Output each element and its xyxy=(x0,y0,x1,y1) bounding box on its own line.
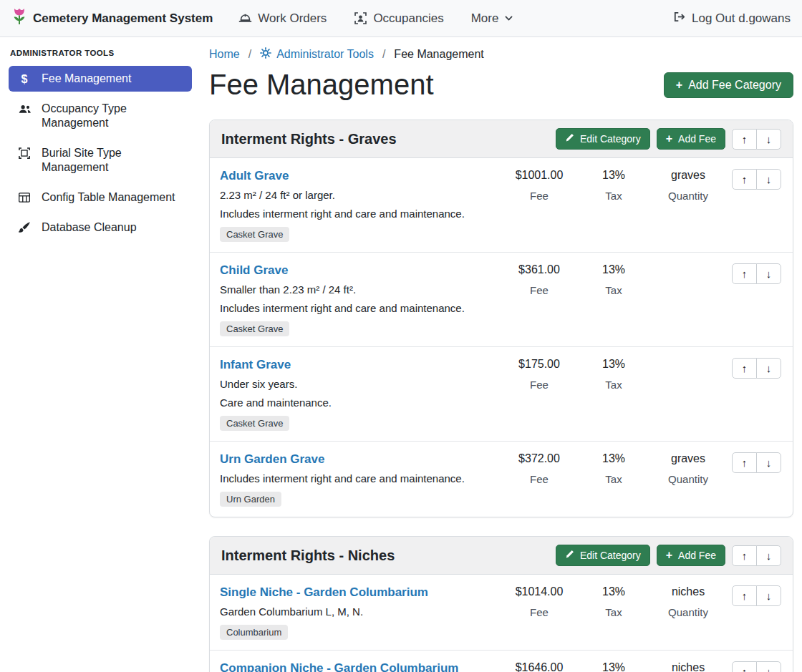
fee-amount-label: Fee xyxy=(502,606,576,618)
nav-item-occupancies[interactable]: Occupancies xyxy=(354,11,443,26)
fee-reorder-group: ↑ ↓ xyxy=(732,585,781,606)
fee-amount-label: Fee xyxy=(502,284,576,296)
fee-category-card: Interment Rights - Niches Edit Category … xyxy=(209,536,793,672)
fee-name-link[interactable]: Urn Garden Grave xyxy=(220,452,324,467)
arrow-up-icon: ↑ xyxy=(742,362,748,374)
main-navigation: Work Orders Occupancies More xyxy=(238,11,513,26)
fee-quantity-column: niches Quantity xyxy=(651,661,725,672)
fee-category-card: Interment Rights - Graves Edit Category … xyxy=(209,120,793,517)
fee-name-link[interactable]: Child Grave xyxy=(220,263,288,278)
move-category-down-button[interactable]: ↓ xyxy=(756,129,781,150)
add-fee-button[interactable]: + Add Fee xyxy=(657,128,725,150)
fee-name-link[interactable]: Infant Grave xyxy=(220,358,291,372)
fee-info: Single Niche - Garden Columbarium Garden… xyxy=(220,585,502,640)
move-category-up-button[interactable]: ↑ xyxy=(732,545,757,566)
move-fee-down-button[interactable]: ↓ xyxy=(756,263,781,284)
move-fee-down-button[interactable]: ↓ xyxy=(756,358,781,379)
move-category-down-button[interactable]: ↓ xyxy=(756,545,781,566)
fee-row: Companion Niche - Garden Columbarium Gar… xyxy=(210,651,793,672)
sidebar-item-label: Occupancy Type Management xyxy=(42,102,183,130)
fee-name-link[interactable]: Single Niche - Garden Columbarium xyxy=(220,585,428,600)
move-category-up-button[interactable]: ↑ xyxy=(732,129,757,150)
category-header: Interment Rights - Graves Edit Category … xyxy=(210,120,793,158)
fee-description-line1: Garden Columbarium L, M, N. xyxy=(220,605,496,618)
person-frame-icon xyxy=(354,11,367,25)
breadcrumb-admin-label: Administrator Tools xyxy=(276,48,374,61)
move-fee-down-button[interactable]: ↓ xyxy=(756,661,781,672)
add-fee-label: Add Fee xyxy=(678,133,716,145)
fee-amount: $361.00 xyxy=(502,263,576,277)
fee-amount-column: $361.00 Fee xyxy=(502,263,576,296)
breadcrumb-admin-tools-link[interactable]: Administrator Tools xyxy=(260,47,374,62)
sidebar-heading: ADMINISTRATOR TOOLS xyxy=(10,49,190,57)
fee-row: Urn Garden Grave Includes interment righ… xyxy=(210,442,793,517)
main-content: Home / Administrator Tools xyxy=(200,37,802,672)
fee-info: Companion Niche - Garden Columbarium Gar… xyxy=(220,661,502,672)
nav-item-more[interactable]: More xyxy=(471,11,514,26)
sidebar-item-label: Fee Management xyxy=(42,72,131,86)
fee-row: Single Niche - Garden Columbarium Garden… xyxy=(210,575,793,651)
fee-info: Urn Garden Grave Includes interment righ… xyxy=(220,452,502,507)
category-title: Interment Rights - Niches xyxy=(221,547,395,564)
gear-icon xyxy=(260,47,271,62)
add-fee-button[interactable]: + Add Fee xyxy=(657,545,725,566)
add-fee-category-button[interactable]: + Add Fee Category xyxy=(664,72,793,98)
sidebar-item-config-table-management[interactable]: Config Table Management xyxy=(9,185,192,210)
bounding-box-icon xyxy=(17,147,32,160)
fee-quantity-label: Quantity xyxy=(651,473,725,485)
move-fee-up-button[interactable]: ↑ xyxy=(732,661,757,672)
fee-amount: $1646.00 xyxy=(502,661,576,672)
fee-row: Infant Grave Under six years. Care and m… xyxy=(210,347,793,442)
fee-tax: 13% xyxy=(576,585,651,599)
move-fee-up-button[interactable]: ↑ xyxy=(732,585,757,606)
fee-description-line2: Includes interment right and care and ma… xyxy=(220,302,496,314)
fee-quantity-column: niches Quantity xyxy=(651,585,725,618)
sidebar-item-burial-site-type-management[interactable]: Burial Site Type Management xyxy=(9,140,192,180)
fee-name-link[interactable]: Companion Niche - Garden Columbarium xyxy=(220,661,458,672)
move-fee-up-button[interactable]: ↑ xyxy=(732,169,757,190)
fee-quantity-column xyxy=(651,263,725,284)
fee-amount: $372.00 xyxy=(502,452,576,466)
sidebar-item-database-cleanup[interactable]: Database Cleanup xyxy=(9,215,192,240)
breadcrumb-current: Fee Management xyxy=(394,48,483,61)
fee-name-link[interactable]: Adult Grave xyxy=(220,169,289,183)
sidebar-item-fee-management[interactable]: $ Fee Management xyxy=(9,66,192,92)
fee-amount-label: Fee xyxy=(502,379,576,391)
fee-type-badge: Casket Grave xyxy=(220,227,289,242)
fee-reorder-group: ↑ ↓ xyxy=(732,452,781,473)
fee-quantity-column: graves Quantity xyxy=(651,452,725,485)
app-brand[interactable]: Cemetery Management System xyxy=(11,7,213,29)
nav-label: More xyxy=(471,11,499,26)
fee-amount-column: $1001.00 Fee xyxy=(502,169,576,202)
move-fee-down-button[interactable]: ↓ xyxy=(756,169,781,190)
move-fee-up-button[interactable]: ↑ xyxy=(732,358,757,379)
move-fee-down-button[interactable]: ↓ xyxy=(756,452,781,473)
fee-tax: 13% xyxy=(576,661,651,672)
fee-info: Adult Grave 2.23 m² / 24 ft² or larger. … xyxy=(220,169,502,242)
fee-amount: $175.00 xyxy=(502,358,576,371)
fee-reorder-group: ↑ ↓ xyxy=(732,263,781,284)
edit-category-label: Edit Category xyxy=(580,133,641,145)
fee-description-line2: Includes interment right and care and ma… xyxy=(220,472,496,484)
fee-amount-label: Fee xyxy=(502,190,576,202)
fee-quantity xyxy=(651,263,725,277)
page-header: Fee Management + Add Fee Category xyxy=(209,69,793,101)
move-fee-up-button[interactable]: ↑ xyxy=(732,263,757,284)
breadcrumb-separator: / xyxy=(248,48,251,61)
move-fee-down-button[interactable]: ↓ xyxy=(756,585,781,606)
fee-quantity-label: Quantity xyxy=(651,190,725,202)
arrow-up-icon: ↑ xyxy=(742,590,748,602)
move-fee-up-button[interactable]: ↑ xyxy=(732,452,757,473)
fee-quantity: graves xyxy=(651,452,725,466)
fee-description-line2: Includes interment right and care and ma… xyxy=(220,208,496,220)
tulip-logo-icon xyxy=(11,7,27,29)
breadcrumb-home-link[interactable]: Home xyxy=(209,48,240,61)
edit-category-button[interactable]: Edit Category xyxy=(556,128,650,150)
category-header: Interment Rights - Niches Edit Category … xyxy=(210,537,793,575)
logout-button[interactable]: Log Out d.gowans xyxy=(672,10,791,27)
category-actions: Edit Category + Add Fee ↑ ↓ xyxy=(556,128,781,150)
fee-tax-label: Tax xyxy=(576,379,651,391)
edit-category-button[interactable]: Edit Category xyxy=(556,545,650,566)
nav-item-work-orders[interactable]: Work Orders xyxy=(238,11,327,26)
sidebar-item-occupancy-type-management[interactable]: Occupancy Type Management xyxy=(9,96,192,136)
